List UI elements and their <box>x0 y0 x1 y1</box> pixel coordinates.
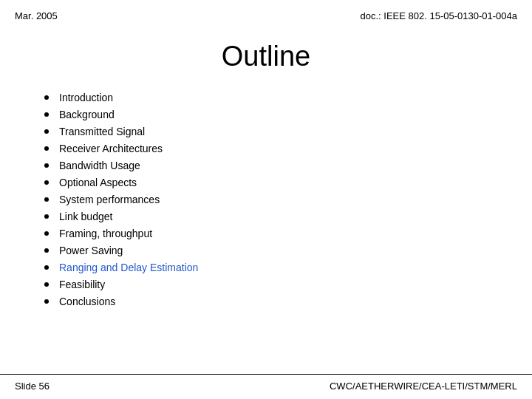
slide-footer: Slide 56 CWC/AETHERWIRE/CEA-LETI/STM/MER… <box>0 374 532 399</box>
bullet-dot <box>44 299 49 304</box>
slide-header: Mar. 2005 doc.: IEEE 802. 15-05-0130-01-… <box>0 0 532 27</box>
title-section: Outline <box>0 27 532 89</box>
bullet-dot <box>44 112 49 117</box>
outline-item: Receiver Architectures <box>44 140 488 157</box>
outline-item: Feasibility <box>44 276 488 293</box>
outline-item: Optional Aspects <box>44 174 488 191</box>
outline-item: Link budget <box>44 208 488 225</box>
slide-content: IntroductionBackgroundTransmitted Signal… <box>0 89 532 310</box>
header-doc: doc.: IEEE 802. 15-05-0130-01-004a <box>361 10 517 21</box>
outline-item: System performances <box>44 191 488 208</box>
outline-list: IntroductionBackgroundTransmitted Signal… <box>44 89 488 310</box>
bullet-dot <box>44 282 49 287</box>
bullet-dot <box>44 231 49 236</box>
bullet-text: Framing, throughput <box>59 228 152 239</box>
bullet-text: Conclusions <box>59 296 115 307</box>
bullet-text: Bandwidth Usage <box>59 160 140 171</box>
outline-item: Bandwidth Usage <box>44 157 488 174</box>
bullet-dot <box>44 180 49 185</box>
bullet-dot <box>44 163 49 168</box>
bullet-text: Transmitted Signal <box>59 126 145 137</box>
footer-organization: CWC/AETHERWIRE/CEA-LETI/STM/MERL <box>330 381 517 392</box>
footer-slide-number: Slide 56 <box>15 381 50 392</box>
bullet-text: Feasibility <box>59 279 105 290</box>
outline-item: Introduction <box>44 89 488 106</box>
bullet-dot <box>44 95 49 100</box>
slide: Mar. 2005 doc.: IEEE 802. 15-05-0130-01-… <box>0 0 532 399</box>
bullet-text: Optional Aspects <box>59 177 137 188</box>
bullet-text: Ranging and Delay Estimation <box>59 262 198 273</box>
bullet-dot <box>44 214 49 219</box>
bullet-text: Receiver Architectures <box>59 143 163 154</box>
slide-title: Outline <box>0 41 532 72</box>
bullet-dot <box>44 197 49 202</box>
bullet-dot <box>44 265 49 270</box>
outline-item: Power Saving <box>44 242 488 259</box>
header-date: Mar. 2005 <box>15 10 58 21</box>
outline-item: Framing, throughput <box>44 225 488 242</box>
bullet-text: Introduction <box>59 92 113 103</box>
bullet-text: Link budget <box>59 211 112 222</box>
outline-item: Background <box>44 106 488 123</box>
bullet-dot <box>44 146 49 151</box>
outline-item: Transmitted Signal <box>44 123 488 140</box>
bullet-dot <box>44 248 49 253</box>
bullet-text: Power Saving <box>59 245 123 256</box>
bullet-text: Background <box>59 109 115 120</box>
bullet-text: System performances <box>59 194 160 205</box>
outline-item: Ranging and Delay Estimation <box>44 259 488 276</box>
outline-item: Conclusions <box>44 293 488 310</box>
bullet-dot <box>44 129 49 134</box>
